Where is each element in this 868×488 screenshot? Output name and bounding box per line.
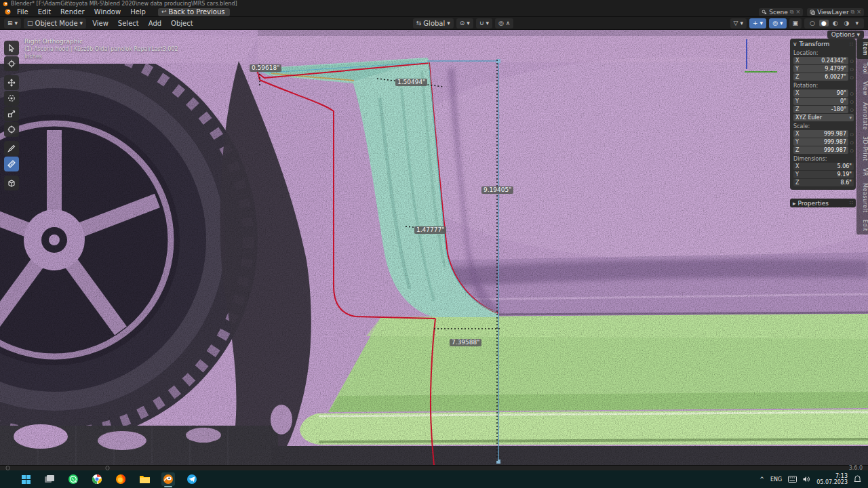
clock[interactable]: 7:13 05.07.2023 (816, 473, 848, 485)
back-to-previous-button[interactable]: ↩ Back to Previous (158, 8, 230, 16)
object-visibility-dropdown[interactable]: ▽ ▾ (730, 18, 747, 28)
move-tool[interactable] (4, 75, 19, 90)
select-box-tool[interactable] (4, 41, 19, 56)
animate-dot-icon[interactable]: ○ (850, 131, 854, 136)
add-cube-tool[interactable] (4, 176, 19, 190)
transform-orientation-dropdown[interactable]: ⇆ Global ▾ (413, 18, 454, 28)
scale-tool[interactable] (4, 106, 19, 121)
options-button[interactable]: Options ▾ (827, 30, 864, 39)
animate-dot-icon[interactable]: ○ (850, 58, 854, 63)
dimensions-z-field[interactable]: Z8.6" (793, 179, 854, 186)
units-label: Inches (24, 53, 178, 60)
show-overlays-toggle[interactable]: ◎ ▾ (769, 18, 786, 28)
tab-measureit[interactable]: MeasureIt (856, 180, 868, 216)
tab-view[interactable]: View (856, 78, 868, 99)
tray-chevron-icon[interactable]: ^ (760, 476, 764, 483)
tab-vr[interactable]: VR (856, 165, 868, 180)
dimensions-x-field[interactable]: X5.06" (793, 163, 854, 170)
menu-edit[interactable]: Edit (34, 8, 55, 16)
scale-z-field[interactable]: Z999.987 (793, 146, 848, 154)
animate-dot-icon[interactable]: ○ (850, 66, 854, 71)
chevron-down-icon: ▾ (780, 20, 783, 26)
back-arrow-icon: ↩ (161, 8, 167, 15)
menu-add[interactable]: Add (145, 20, 165, 27)
annotate-tool[interactable] (4, 141, 19, 156)
3d-viewport[interactable]: Right Orthographic (1) Ascona hood | Küs… (0, 30, 868, 465)
shading-solid-button[interactable]: ● (819, 20, 829, 26)
firefox-button[interactable] (114, 472, 127, 486)
transform-tool[interactable] (4, 122, 19, 137)
tab-item[interactable]: Item (856, 39, 868, 59)
rotate-tool[interactable] (4, 91, 19, 106)
editor-type-button[interactable]: ⊞ ▾ (4, 18, 21, 28)
tab-edit[interactable]: Edit (856, 216, 868, 235)
menu-object[interactable]: Object (167, 20, 197, 27)
scene-selector[interactable]: Scene ⧉ × (759, 8, 803, 16)
animate-dot-icon[interactable]: ○ (850, 148, 854, 152)
select-cursor-icon (7, 44, 16, 52)
animate-dot-icon[interactable]: ○ (850, 107, 854, 112)
shading-wireframe-button[interactable]: ○ (808, 20, 817, 26)
shading-material-button[interactable]: ◐ (831, 20, 840, 26)
menu-window[interactable]: Window (90, 8, 125, 16)
animate-dot-icon[interactable]: ○ (850, 140, 854, 144)
panel-open-icon[interactable]: ∨ (793, 41, 797, 47)
viewport-header: ⊞ ▾ □ Object Mode ▾ View Select Add Obje… (0, 17, 868, 30)
menu-view[interactable]: View (89, 20, 112, 27)
panel-grip-icon[interactable]: ∷ (850, 41, 853, 47)
close-layer-icon[interactable]: × (856, 9, 861, 15)
location-y-field[interactable]: Y9.4799" (793, 65, 848, 73)
duplicate-scene-icon[interactable]: ⧉ (790, 9, 794, 16)
view-name-label: Right Orthographic (24, 38, 178, 45)
start-button[interactable] (19, 472, 33, 486)
shading-rendered-button[interactable]: ◑ (842, 20, 852, 26)
rotation-z-field[interactable]: Z-180° (793, 106, 848, 113)
pivot-point-dropdown[interactable]: ⊙ ▾ (456, 18, 473, 28)
menu-select[interactable]: Select (115, 20, 142, 27)
snap-controls[interactable]: ∪ ▾ (476, 18, 492, 28)
animate-dot-icon[interactable]: ○ (850, 99, 854, 104)
file-explorer-button[interactable] (138, 472, 151, 486)
cursor-tool[interactable] (4, 56, 19, 71)
language-indicator[interactable]: ENG (770, 476, 782, 483)
close-scene-icon[interactable]: × (795, 9, 800, 15)
scale-y-field[interactable]: Y999.987 (793, 138, 848, 146)
view-layer-selector[interactable]: ViewLayer ⧉ × (807, 8, 864, 16)
measure-tool[interactable] (4, 157, 19, 171)
chrome-button[interactable] (90, 472, 104, 486)
dimensions-y-field[interactable]: Y9.19" (793, 171, 854, 178)
proportional-editing-controls[interactable]: ◎ ∧ (495, 18, 513, 28)
tab-3d-print[interactable]: 3D-Print (856, 133, 868, 165)
animate-dot-icon[interactable]: ○ (850, 75, 854, 79)
whatsapp-button[interactable] (66, 472, 80, 486)
rotation-mode-dropdown[interactable]: XYZ Euler▾ (793, 114, 854, 121)
tab-tool[interactable]: Tool (856, 59, 868, 78)
menu-help[interactable]: Help (126, 8, 150, 16)
menu-file[interactable]: File (13, 8, 33, 16)
touch-keyboard-icon[interactable] (788, 476, 797, 483)
task-view-button[interactable] (43, 472, 56, 486)
rotation-x-field[interactable]: X90° (793, 89, 848, 97)
chevron-down-icon: ▾ (486, 20, 489, 26)
location-x-field[interactable]: X0.24342" (793, 57, 848, 64)
volume-icon[interactable] (803, 476, 810, 483)
xray-toggle[interactable]: ▣ (789, 18, 802, 28)
tab-annotate[interactable]: Annotate (856, 99, 868, 134)
animate-dot-icon[interactable]: ○ (850, 91, 854, 96)
rotation-y-field[interactable]: Y0° (793, 98, 848, 105)
notification-bell-icon[interactable] (854, 475, 861, 483)
menu-render[interactable]: Render (56, 8, 89, 16)
chrome-icon (92, 474, 102, 485)
window-title: Blender* [F:\AdamGit\toyota MR-S\blend 2… (11, 1, 237, 7)
location-z-field[interactable]: Z6.0027" (793, 73, 848, 81)
show-gizmo-toggle[interactable]: + ▾ (749, 18, 766, 28)
telegram-button[interactable] (185, 472, 199, 486)
blender-menu-icon[interactable] (4, 8, 12, 16)
scale-x-field[interactable]: X999.987 (793, 130, 848, 138)
blender-taskbar-button[interactable] (161, 472, 175, 486)
duplicate-layer-icon[interactable]: ⧉ (851, 9, 855, 16)
properties-panel-header[interactable]: ▸ Properties ∷ (790, 199, 856, 207)
transform-panel-title[interactable]: Transform (799, 41, 829, 47)
mode-selector[interactable]: □ Object Mode ▾ (24, 18, 86, 28)
shading-dropdown-icon[interactable]: ▾ (853, 20, 861, 26)
